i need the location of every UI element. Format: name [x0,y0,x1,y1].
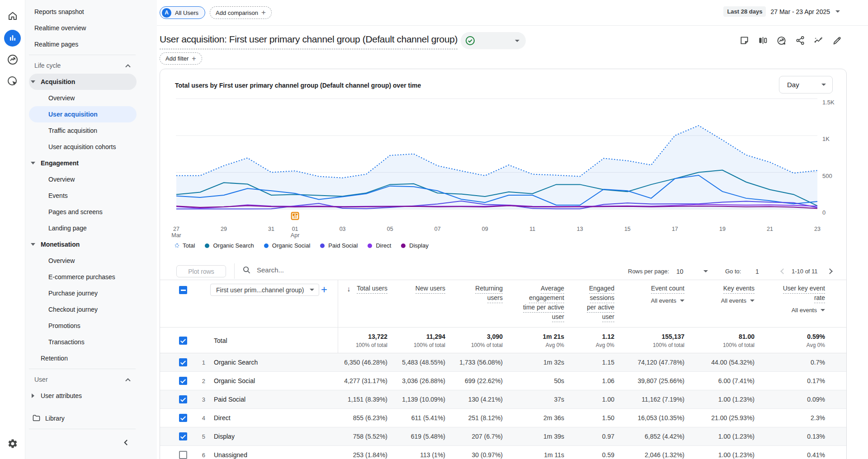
sidebar-item-reports-snapshot[interactable]: Reports snapshot [25,4,157,20]
edit-icon[interactable] [832,36,842,45]
explore-icon[interactable] [4,51,22,69]
goto-page-value[interactable]: 1 [755,262,759,280]
total-value: 1.12 [596,333,614,340]
advertising-icon[interactable] [4,72,22,90]
rows-per-page-caret[interactable] [698,262,708,280]
row-checkbox[interactable] [179,451,187,459]
annotation-marker-icon[interactable] [291,212,299,220]
column-header-line: Key events [723,285,755,294]
timeseries-chart[interactable]: 05001K1.5K27Mar293101Apr0305070911131517… [160,94,846,241]
column-header-line: rate [814,295,825,303]
column-subfilter[interactable]: All events [792,307,825,314]
sidebar-item-events[interactable]: Events [25,187,157,204]
legend-item-paid-social[interactable]: Paid Social [320,242,358,249]
add-comparison-button[interactable]: Add comparison + [210,6,272,19]
sidebar-item-overview[interactable]: Overview [25,253,157,269]
sidebar-item-overview[interactable]: Overview [25,171,157,187]
dimension-select[interactable]: First user prim...channel group) [210,284,319,296]
sidebar-item-landing-page[interactable]: Landing page [25,220,157,236]
row-checkbox[interactable] [179,377,187,385]
sidebar-item-library[interactable]: Library [25,410,157,426]
legend-item-direct[interactable]: Direct [368,242,391,249]
legend-item-total[interactable]: Total [175,242,195,249]
sidebar-item-traffic-acquisition[interactable]: Traffic acquisition [25,122,157,139]
total-cell: 81.00100% of total [723,333,755,348]
granularity-select[interactable]: Day [779,76,833,94]
metric-cell: 5,483 (48.55%) [402,359,445,366]
table-row-direct[interactable]: 4Direct855 (6.23%)611 (5.41%)251 (8.12%)… [160,409,846,427]
column-header-engaged-sessions-per-active-user[interactable]: Engagedsessionsper activeuser [587,285,614,323]
add-dimension-button[interactable]: + [321,283,327,296]
add-filter-button[interactable]: Add filter + [160,52,202,65]
home-icon[interactable] [4,7,22,25]
settings-gear-icon[interactable] [7,438,18,451]
date-range-picker[interactable]: Last 28 days 27 Mar - 23 Apr 2025 [723,6,840,17]
sidebar-item-purchase-journey[interactable]: Purchase journey [25,285,157,301]
table-row-display[interactable]: 5Display758 (5.52%)619 (5.48%)207 (6.7%)… [160,427,846,446]
metric-cell: 113 (1%) [420,451,445,459]
sidebar-section-user[interactable]: User [25,371,157,388]
column-header-returning-users[interactable]: Returningusers [475,285,503,304]
row-checkbox[interactable] [179,432,187,440]
all-users-chip[interactable]: A All Users [160,6,205,19]
sidebar-item-promotions[interactable]: Promotions [25,318,157,334]
sidebar-item-user-acquisition[interactable]: User acquisition [25,106,157,122]
total-row-checkbox[interactable] [179,337,187,345]
sidebar-nav: Reports snapshotRealtime overviewRealtim… [25,0,157,459]
sparkline-icon[interactable] [814,36,823,45]
column-subfilter[interactable]: All events [651,297,684,304]
share-icon[interactable] [795,36,805,45]
sidebar-item-transactions[interactable]: Transactions [25,334,157,350]
select-all-checkbox[interactable] [179,286,187,294]
row-checkbox[interactable] [179,414,187,422]
plot-rows-button[interactable]: Plot rows [176,265,226,277]
legend-item-display[interactable]: Display [401,242,429,249]
legend-item-organic-search[interactable]: Organic Search [205,242,254,249]
compare-icon[interactable] [758,36,768,45]
row-checkbox[interactable] [179,395,187,403]
legend-item-organic-social[interactable]: Organic Social [264,242,311,249]
metric-cell: 1m 39s [543,433,564,440]
sidebar-item-retention[interactable]: Retention [25,350,157,366]
sidebar-item-realtime-pages[interactable]: Realtime pages [25,36,157,52]
table-row-organic-search[interactable]: 1Organic Search6,350 (46.28%)5,483 (48.5… [160,353,846,372]
next-page-icon[interactable] [828,262,832,280]
insights-circle-icon[interactable] [777,36,786,45]
row-checkbox[interactable] [179,358,187,366]
prev-page-icon[interactable] [781,262,785,280]
sidebar-section-life-cycle[interactable]: Life cycle [25,57,157,74]
table-row-paid-social[interactable]: 3Paid Social1,151 (8.39%)1,139 (10.09%)1… [160,390,846,409]
metric-cell: 0.7% [811,359,825,366]
table-row-unassigned[interactable]: 6Unassigned253 (1.84%)113 (1%)30 (0.97%)… [160,446,846,459]
column-header-key-events[interactable]: Key eventsAll events [721,285,755,304]
sidebar-item-realtime-overview[interactable]: Realtime overview [25,20,157,36]
sidebar-item-monetisation[interactable]: Monetisation [25,236,157,253]
column-header-total-users[interactable]: Total users↓ [357,285,387,295]
sidebar-item-pages-and-screens[interactable]: Pages and screens [25,204,157,220]
column-header-user-key-event-rate[interactable]: User key eventrateAll events [783,285,825,314]
table-row-organic-social[interactable]: 2Organic Social4,277 (31.17%)3,036 (26.8… [160,372,846,390]
sidebar-item-acquisition[interactable]: Acquisition [25,74,157,90]
chevron-down-icon [310,289,314,291]
total-cell: 13,722100% of total [356,333,387,348]
sidebar-item-user-acquisition-cohorts[interactable]: User acquisition cohorts [25,139,157,155]
column-header-average-engagement-time-per-active-user[interactable]: Averageengagementtime per activeuser [523,285,564,323]
sidebar-item-overview[interactable]: Overview [25,90,157,106]
search-input[interactable] [257,266,392,274]
column-subfilter[interactable]: All events [721,297,755,304]
sidebar-item-e-commerce-purchases[interactable]: E-commerce purchases [25,269,157,285]
column-header-event-count[interactable]: Event countAll events [651,285,684,304]
x-axis-label: 01 [292,226,298,232]
reports-icon[interactable] [4,29,22,47]
metric-cell: 1.50 [602,414,614,422]
note-icon[interactable] [740,36,749,45]
sidebar-item-user-attributes[interactable]: User attributes [25,388,157,404]
column-header-new-users[interactable]: New users [415,285,445,295]
report-actions [740,36,842,45]
sidebar-item-engagement[interactable]: Engagement [25,155,157,171]
sidebar-collapse-button[interactable] [25,431,157,453]
report-status-chip[interactable] [461,32,526,49]
sidebar-item-checkout-journey[interactable]: Checkout journey [25,301,157,318]
metric-cell: 2.3% [811,414,825,422]
rows-per-page-value[interactable]: 10 [676,262,684,280]
